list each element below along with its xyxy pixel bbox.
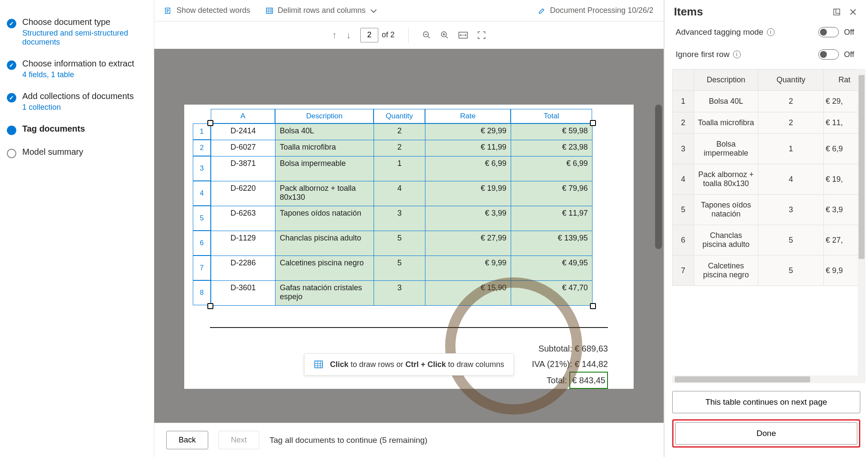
table-cell[interactable]: 3 [374, 206, 425, 231]
info-icon[interactable]: i [733, 51, 741, 58]
items-cell[interactable]: 5 [673, 195, 694, 225]
items-cell[interactable]: 5 [758, 256, 824, 286]
delimit-rows-columns-button[interactable]: Delimit rows and columns [266, 6, 377, 15]
zoom-out-icon[interactable] [422, 31, 431, 39]
items-column-header[interactable] [673, 69, 694, 91]
advanced-tagging-toggle[interactable] [818, 27, 839, 37]
table-cell[interactable]: D-3601 [211, 281, 275, 306]
table-row[interactable]: D-3601Gafas natación cristales espejo3€ … [211, 281, 593, 306]
wizard-step[interactable]: Choose information to extract4 fields, 1… [7, 59, 145, 79]
ignore-first-row-toggle[interactable] [818, 49, 839, 60]
items-cell[interactable]: 1 [673, 91, 694, 112]
table-row-number[interactable]: 3 [193, 156, 211, 181]
items-row[interactable]: 6Chanclas piscina adulto5€ 27, [673, 225, 865, 256]
wizard-step[interactable]: Model summary [7, 147, 145, 158]
table-row[interactable]: D-6220Pack albornoz + toalla 80x1304€ 19… [211, 181, 593, 206]
table-cell[interactable]: € 19,99 [425, 181, 511, 206]
table-row-number[interactable]: 2 [193, 140, 211, 156]
table-cell[interactable]: € 6,99 [425, 156, 511, 181]
wizard-step[interactable]: Choose document typeStructured and semi-… [7, 17, 145, 47]
items-cell[interactable]: Bolsa impermeable [694, 134, 758, 164]
table-cell[interactable]: € 49,95 [511, 256, 593, 281]
table-cell[interactable]: € 27,99 [425, 231, 511, 256]
page-down-icon[interactable]: ↓ [346, 30, 351, 41]
document-title-button[interactable]: Document Processing 10/26/2 [538, 6, 653, 15]
items-cell[interactable]: 6 [673, 225, 694, 256]
selection-handle-se[interactable] [590, 303, 596, 309]
items-row[interactable]: 1Bolsa 40L2€ 29, [673, 91, 865, 112]
table-row[interactable]: D-3871Bolsa impermeable1€ 6,99€ 6,99 [211, 156, 593, 181]
table-cell[interactable]: 5 [374, 256, 425, 281]
close-icon[interactable] [847, 6, 859, 18]
table-cell[interactable]: € 9,99 [425, 256, 511, 281]
table-cell[interactable]: 5 [374, 231, 425, 256]
done-button[interactable]: Done [675, 422, 857, 445]
table-cell[interactable]: € 11,97 [511, 206, 593, 231]
page-up-icon[interactable]: ↑ [332, 30, 337, 41]
items-row[interactable]: 2Toalla microfibra2€ 11, [673, 112, 865, 134]
table-cell[interactable]: D-6027 [211, 140, 275, 156]
table-row[interactable]: D-6263Tapones oídos natación3€ 3,99€ 11,… [211, 206, 593, 231]
table-row[interactable]: D-2286Calcetines piscina negro5€ 9,99€ 4… [211, 256, 593, 281]
selection-handle-nw[interactable] [207, 120, 213, 126]
items-cell[interactable]: Bolsa 40L [694, 91, 758, 112]
table-cell[interactable]: Bolsa impermeable [275, 156, 374, 181]
table-cell[interactable]: Calcetines piscina negro [275, 256, 374, 281]
table-cell[interactable]: 2 [374, 124, 425, 140]
items-horizontal-scrollbar[interactable] [672, 376, 865, 383]
items-cell[interactable]: 7 [673, 256, 694, 286]
items-cell[interactable]: 5 [758, 225, 824, 256]
popout-icon[interactable] [831, 6, 842, 18]
table-cell[interactable]: 3 [374, 281, 425, 306]
table-cell[interactable]: 2 [374, 140, 425, 156]
show-detected-words-button[interactable]: Show detected words [165, 6, 250, 15]
table-cell[interactable]: Tapones oídos natación [275, 206, 374, 231]
items-cell[interactable]: 2 [673, 112, 694, 134]
table-cell[interactable]: € 6,99 [511, 156, 593, 181]
canvas-scrollbar[interactable] [655, 100, 662, 414]
table-cell[interactable]: € 47,70 [511, 281, 593, 306]
table-cell[interactable]: € 79,96 [511, 181, 593, 206]
table-cell[interactable]: € 3,99 [425, 206, 511, 231]
table-cell[interactable]: 4 [374, 181, 425, 206]
items-cell[interactable]: 1 [758, 134, 824, 164]
table-row-number[interactable]: 8 [193, 280, 211, 305]
table-row[interactable]: D-2414Bolsa 40L2€ 29,99€ 59,98 [211, 124, 593, 140]
items-cell[interactable]: Toalla microfibra [694, 112, 758, 134]
table-cell[interactable]: € 11,99 [425, 140, 511, 156]
items-cell[interactable]: Tapones oídos natación [694, 195, 758, 225]
items-row[interactable]: 7Calcetines piscina negro5€ 9,9 [673, 256, 865, 286]
page-number-input[interactable] [360, 28, 378, 42]
table-cell[interactable]: D-6220 [211, 181, 275, 206]
back-button[interactable]: Back [166, 431, 208, 449]
table-column-header[interactable]: Total [511, 109, 592, 123]
wizard-step[interactable]: Tag documents [7, 124, 145, 135]
table-cell[interactable]: € 29,99 [425, 124, 511, 140]
wizard-step[interactable]: Add collections of documents1 collection [7, 91, 145, 112]
items-cell[interactable]: 4 [673, 164, 694, 195]
table-cell[interactable]: D-2414 [211, 124, 275, 140]
table-cell[interactable]: Bolsa 40L [275, 124, 374, 140]
table-cell[interactable]: € 139,95 [511, 231, 593, 256]
table-cell[interactable]: Pack albornoz + toalla 80x130 [275, 181, 374, 206]
items-cell[interactable]: 2 [758, 91, 824, 112]
table-row[interactable]: D-6027Toalla microfibra2€ 11,99€ 23,98 [211, 140, 593, 156]
table-row-number[interactable]: 4 [193, 181, 211, 206]
table-cell[interactable]: D-1129 [211, 231, 275, 256]
fit-width-icon[interactable] [458, 31, 468, 39]
selection-handle-sw[interactable] [207, 303, 213, 309]
table-column-header[interactable]: Rate [425, 109, 511, 123]
items-cell[interactable]: 4 [758, 164, 824, 195]
table-row[interactable]: D-1129Chanclas piscina adulto5€ 27,99€ 1… [211, 231, 593, 256]
items-cell[interactable]: Pack albornoz + toalla 80x130 [694, 164, 758, 195]
table-cell[interactable]: € 59,98 [511, 124, 593, 140]
table-continues-button[interactable]: This table continues on next page [672, 391, 860, 413]
items-row[interactable]: 4Pack albornoz + toalla 80x1304€ 19, [673, 164, 865, 195]
items-cell[interactable]: Chanclas piscina adulto [694, 225, 758, 256]
items-cell[interactable]: Calcetines piscina negro [694, 256, 758, 286]
items-column-header[interactable]: Quantity [758, 69, 824, 91]
table-column-header[interactable]: Quantity [374, 109, 425, 123]
items-cell[interactable]: 2 [758, 112, 824, 134]
table-cell[interactable]: Chanclas piscina adulto [275, 231, 374, 256]
table-cell[interactable]: Toalla microfibra [275, 140, 374, 156]
